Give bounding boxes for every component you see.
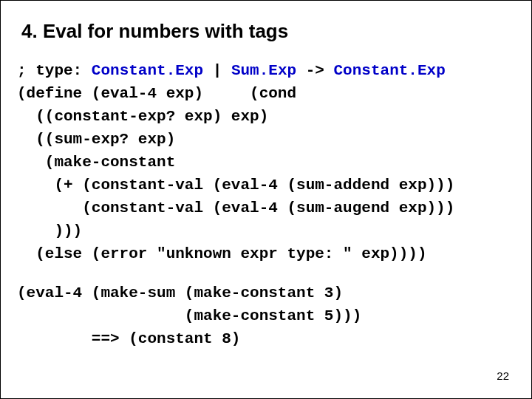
code-line: (else (error "unknown expr type: " exp))… bbox=[17, 245, 427, 262]
slide-title: 4. Eval for numbers with tags bbox=[21, 20, 515, 43]
code-line: (eval-4 (make-sum (make-constant 3) bbox=[17, 284, 343, 301]
code-line: ((constant-exp? exp) exp) bbox=[17, 108, 268, 125]
slide: 4. Eval for numbers with tags ; type: Co… bbox=[0, 0, 532, 399]
type-constant-exp-1: Constant.Exp bbox=[92, 62, 203, 79]
code-line: (+ (constant-val (eval-4 (sum-addend exp… bbox=[17, 177, 454, 194]
code-line: ((sum-exp? exp) bbox=[17, 131, 175, 148]
code-block-1: ; type: Constant.Exp | Sum.Exp -> Consta… bbox=[17, 59, 515, 265]
code-block-2: (eval-4 (make-sum (make-constant 3) (mak… bbox=[17, 282, 515, 350]
code-line: (constant-val (eval-4 (sum-augend exp))) bbox=[17, 200, 454, 216]
type-arrow: -> bbox=[296, 62, 333, 79]
code-line: ))) bbox=[17, 222, 82, 239]
type-comment-prefix: ; type: bbox=[17, 62, 92, 79]
code-line: (make-constant bbox=[17, 154, 175, 171]
type-bar: | bbox=[203, 62, 231, 79]
code-line: (define (eval-4 exp) (cond bbox=[17, 85, 296, 102]
code-line: ==> (constant 8) bbox=[17, 330, 240, 347]
code-line: (make-constant 5))) bbox=[17, 307, 361, 324]
type-constant-exp-2: Constant.Exp bbox=[334, 62, 446, 79]
type-sum-exp: Sum.Exp bbox=[231, 62, 296, 79]
page-number: 22 bbox=[497, 369, 509, 382]
